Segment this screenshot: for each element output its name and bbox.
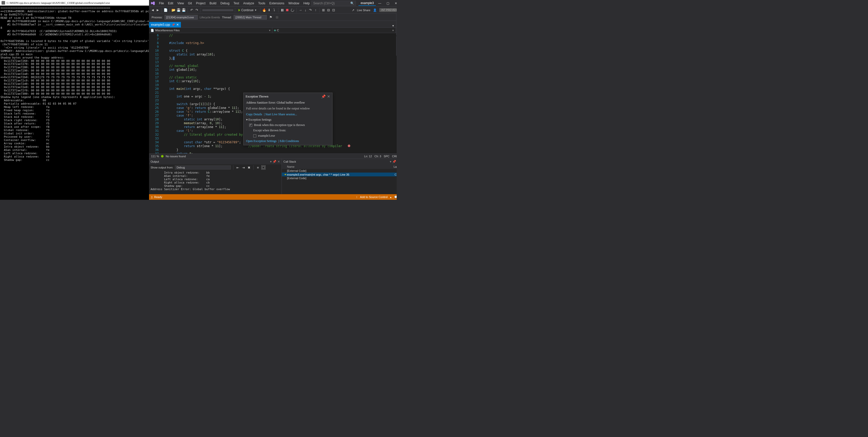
live-share-icon[interactable]: ↗: [352, 8, 354, 12]
menu-tools[interactable]: Tools: [256, 1, 267, 6]
nav-scope-dropdown[interactable]: 📄 Miscellaneous Files▾: [149, 28, 272, 33]
module-checkbox[interactable]: [253, 134, 256, 137]
spaces-indicator[interactable]: SPC: [384, 155, 390, 158]
step-icon-2[interactable]: ⤵: [272, 8, 276, 12]
step-icon-1[interactable]: ⬇: [267, 8, 271, 12]
console-output[interactable]: ========================================…: [0, 6, 149, 200]
editor-statusbar: 111 % No issues found Ln: 12 Ch: 3 SPC C…: [149, 154, 397, 159]
search-input[interactable]: Search (Ctrl+Q) 🔍: [311, 1, 356, 6]
menu-help[interactable]: Help: [302, 1, 312, 6]
debug-view-icon-3[interactable]: ⊡: [332, 8, 336, 12]
callstack-row[interactable]: [External Code]: [282, 176, 397, 180]
output-close-icon[interactable]: ✕: [277, 160, 280, 163]
output-title: Output: [151, 160, 270, 163]
new-file-icon[interactable]: 📄: [163, 8, 168, 12]
solution-name[interactable]: example3: [359, 1, 376, 6]
feedback-icon[interactable]: 👤: [373, 8, 377, 12]
pin-icon[interactable]: 📌: [172, 24, 175, 26]
issues-label[interactable]: No issues found: [165, 155, 186, 158]
output-wrap-icon[interactable]: ≡: [256, 165, 260, 169]
step-out-icon[interactable]: ↑: [314, 8, 318, 12]
redo-icon[interactable]: ↷: [195, 8, 199, 12]
chevron-down-icon[interactable]: ▾: [246, 118, 248, 122]
stop-button[interactable]: [285, 8, 289, 12]
play-icon: [239, 9, 240, 11]
edit-conditions-link[interactable]: Edit Conditions: [280, 139, 299, 143]
config-dropdown[interactable]: [203, 9, 233, 11]
char-indicator[interactable]: Ch: 3: [374, 155, 381, 158]
callstack-row[interactable]: ➜example3.exe!main(int argc, char * * ar…: [282, 173, 397, 176]
menu-edit[interactable]: Edit: [166, 1, 175, 6]
save-icon[interactable]: 💾: [177, 8, 181, 12]
menu-extensions[interactable]: Extensions: [268, 1, 286, 6]
menu-file[interactable]: File: [157, 1, 165, 6]
debug-view-icon-2[interactable]: ⊟: [327, 8, 331, 12]
callstack-col-name[interactable]: Name: [287, 165, 390, 168]
continue-button[interactable]: Continue ▼: [237, 8, 258, 12]
nav-member-dropdown[interactable]: ⬘ C▾: [272, 28, 395, 33]
notifications-icon[interactable]: 💬2: [394, 196, 397, 199]
output-find-icon[interactable]: ⇥: [241, 165, 245, 169]
lifecycle-events-label[interactable]: Lifecycle Events: [200, 16, 220, 19]
add-src-control-icon[interactable]: ↑: [356, 196, 358, 199]
code-editor[interactable]: 6789101112131415161718192021222324252627…: [149, 33, 397, 154]
menu-git[interactable]: Git: [186, 1, 194, 6]
add-src-control-label[interactable]: Add to Source Control: [360, 196, 388, 199]
close-button[interactable]: ✕: [392, 1, 397, 6]
rail-team-explorer[interactable]: Team Explorer: [396, 36, 397, 56]
save-all-icon[interactable]: 💾: [182, 8, 186, 12]
threads-icon[interactable]: ⊞: [275, 15, 279, 19]
break-checkbox[interactable]: [249, 124, 252, 127]
output-source-dropdown[interactable]: Debug: [175, 165, 231, 169]
output-option-icon[interactable]: ☐: [261, 165, 266, 169]
step-into-icon[interactable]: ↓: [304, 8, 308, 12]
open-exception-settings-link[interactable]: Open Exception Settings: [246, 139, 276, 143]
show-next-statement-icon[interactable]: →: [298, 8, 302, 12]
debug-view-icon-1[interactable]: ⊞: [321, 8, 326, 12]
forward-button[interactable]: ▶: [156, 8, 160, 12]
menu-test[interactable]: Test: [232, 1, 241, 6]
exception-close-icon[interactable]: ✕: [327, 94, 330, 99]
menu-debug[interactable]: Debug: [219, 1, 231, 6]
callstack-body[interactable]: [External Code]➜example3.exe!main(int ar…: [282, 169, 397, 194]
rail-solution-explorer[interactable]: Solution Explorer: [396, 13, 397, 36]
live-share-button[interactable]: Live Share: [357, 9, 370, 12]
stack-frame-icon[interactable]: ⚑: [269, 15, 273, 19]
tab-close-icon[interactable]: ✕: [176, 23, 179, 27]
menu-window[interactable]: Window: [287, 1, 301, 6]
callstack-row[interactable]: [External Code]: [282, 169, 397, 173]
output-dropdown-icon[interactable]: ▾: [270, 160, 272, 163]
menu-view[interactable]: View: [176, 1, 186, 6]
menu-project[interactable]: Project: [194, 1, 207, 6]
console-titlebar[interactable]: C:\MSDN\cpp-docs-pr\docs\c-language\ASAN…: [0, 0, 149, 6]
menu-analyze[interactable]: Analyze: [242, 1, 256, 6]
output-body[interactable]: Intra object redzone: bb ASan internal: …: [149, 170, 281, 194]
hot-reload-icon[interactable]: 🔥: [262, 8, 266, 12]
process-dropdown[interactable]: [21304] example3.exe: [164, 15, 198, 20]
output-indent-icon[interactable]: ⇤: [236, 165, 240, 169]
callstack-pin-icon[interactable]: 📌: [392, 160, 396, 163]
pause-button[interactable]: [280, 8, 284, 12]
back-button[interactable]: ◀: [151, 8, 155, 12]
console-title-text: C:\MSDN\cpp-docs-pr\docs\c-language\ASAN…: [7, 1, 110, 4]
zoom-level[interactable]: 111 %: [151, 155, 159, 158]
callstack-col-lang[interactable]: Lang: [390, 165, 397, 168]
minimize-button[interactable]: —: [376, 1, 383, 6]
output-clear-icon[interactable]: ✖: [247, 165, 251, 169]
line-endings-indicator[interactable]: CRLF: [392, 155, 397, 158]
maximize-button[interactable]: ▢: [384, 1, 392, 6]
menu-build[interactable]: Build: [208, 1, 218, 6]
output-pin-icon[interactable]: 📌: [273, 160, 276, 163]
exception-pin-icon[interactable]: 📌: [321, 94, 326, 99]
open-icon[interactable]: 📂: [172, 8, 176, 12]
tab-overflow-icon[interactable]: ▾: [391, 24, 395, 28]
line-indicator[interactable]: Ln: 12: [364, 155, 372, 158]
callstack-dropdown-icon[interactable]: ▾: [390, 160, 391, 163]
restart-icon[interactable]: [290, 8, 294, 12]
tab-example3[interactable]: example3.cpp 📌 ✕: [149, 22, 181, 28]
start-live-share-link[interactable]: Start Live Share session...: [265, 112, 297, 116]
undo-icon[interactable]: ↶: [190, 8, 194, 12]
copy-details-link[interactable]: Copy Details: [246, 112, 262, 116]
step-over-icon[interactable]: ↷: [309, 8, 313, 12]
thread-dropdown[interactable]: [28952] Main Thread: [234, 15, 267, 20]
